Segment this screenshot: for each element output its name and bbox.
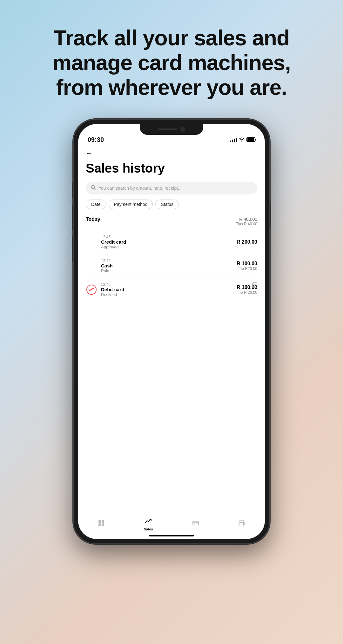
sales-list: Today R 400.00 Tips R 40.00 12:45 Credit…	[78, 214, 265, 513]
filter-date[interactable]: Date	[86, 200, 106, 209]
sale-info: 12:45 Debit card Declined	[101, 282, 237, 297]
battery-icon	[246, 137, 255, 142]
phone-frame: 09:30	[73, 119, 270, 544]
speaker	[158, 128, 177, 130]
filter-payment-method[interactable]: Payment method	[109, 200, 153, 209]
status-time: 09:30	[88, 136, 104, 143]
card-icon	[192, 520, 199, 529]
search-icon	[91, 185, 96, 191]
transaction-credit-card[interactable]: 12:45 Credit card Approved R 200.00	[86, 230, 257, 254]
dashboard-icon	[98, 520, 105, 529]
status-icons	[230, 137, 255, 142]
volume-down-button	[72, 236, 73, 262]
declined-circle	[86, 285, 97, 295]
sale-time: 12:45	[101, 259, 237, 263]
sale-info: 12:45 Credit card Approved	[101, 235, 237, 249]
sale-method: Cash	[101, 263, 237, 268]
filter-status[interactable]: Status	[155, 200, 179, 209]
sale-amounts: R 100.00 Tip R 20.00	[237, 285, 257, 295]
silent-button	[72, 182, 73, 198]
signal-icon	[230, 137, 237, 142]
sales-nav-label: Sales	[144, 527, 153, 531]
phone-screen: 09:30	[78, 124, 265, 539]
svg-rect-13	[240, 520, 244, 522]
svg-rect-12	[194, 524, 195, 525]
wifi-icon	[239, 137, 245, 142]
back-nav[interactable]: ←	[78, 146, 265, 159]
sale-method: Debit card	[101, 287, 237, 292]
search-bar[interactable]: You can search by amount, note, receipt.…	[86, 182, 257, 194]
headline-line3: from wherever you are.	[56, 75, 287, 99]
bottom-nav: Sales	[78, 513, 265, 534]
receipt-icon	[252, 282, 257, 289]
svg-rect-8	[98, 523, 101, 526]
sale-method: Credit card	[101, 239, 237, 245]
svg-rect-11	[193, 522, 198, 523]
headline-line1: Track all your sales and	[53, 26, 289, 50]
sale-tip: Tip R 20.00	[237, 290, 257, 295]
printer-icon	[238, 520, 245, 529]
declined-icon	[86, 285, 97, 295]
svg-rect-9	[102, 523, 104, 526]
nav-item-sales[interactable]: Sales	[139, 516, 158, 532]
declined-line	[89, 288, 94, 292]
home-indicator	[149, 535, 194, 536]
sales-icon	[145, 517, 152, 526]
svg-rect-16	[243, 523, 244, 524]
sale-info: 12:45 Cash Paid	[101, 259, 237, 273]
sale-status: Paid	[101, 268, 237, 273]
svg-rect-6	[98, 520, 101, 523]
day-totals: R 400.00 Tips R 40.00	[236, 217, 257, 226]
phone-mockup: 09:30	[73, 119, 270, 544]
svg-rect-7	[102, 520, 104, 523]
sale-status: Declined	[101, 292, 237, 297]
sale-tip: Tip R20.00	[237, 266, 257, 271]
headline: Track all your sales and manage card mac…	[27, 0, 316, 113]
sale-amounts: R 100.00 Tip R20.00	[237, 261, 257, 271]
day-label: Today	[86, 217, 100, 222]
front-camera	[180, 127, 185, 132]
day-total-amount: R 400.00	[236, 217, 257, 222]
transaction-cash[interactable]: 12:45 Cash Paid R 100.00 Tip R20.00	[86, 254, 257, 278]
transaction-debit-card[interactable]: 12:45 Debit card Declined	[86, 278, 257, 301]
nav-item-dashboard[interactable]	[93, 518, 110, 530]
headline-line2: manage card machines,	[52, 50, 291, 75]
nav-item-card[interactable]	[187, 518, 204, 530]
sale-time: 12:45	[101, 282, 237, 287]
day-tips: Tips R 40.00	[236, 222, 257, 226]
filter-row: Date Payment method Status	[78, 200, 265, 214]
back-arrow-icon[interactable]: ←	[86, 149, 93, 157]
page-title: Sales history	[78, 159, 265, 182]
svg-line-1	[94, 188, 96, 189]
nav-item-printer[interactable]	[233, 518, 250, 530]
sale-amount: R 100.00	[237, 261, 257, 266]
sale-time: 12:45	[101, 235, 237, 239]
sale-amounts: R 200.00	[237, 239, 257, 245]
app-content: ← Sales history You can search by amount…	[78, 146, 265, 539]
volume-up-button	[72, 205, 73, 230]
phone-notch	[140, 124, 203, 135]
sale-amount: R 200.00	[237, 239, 257, 245]
power-button	[270, 201, 271, 227]
day-header-today: Today R 400.00 Tips R 40.00	[86, 214, 257, 230]
sale-status: Approved	[101, 245, 237, 249]
search-placeholder-text: You can search by amount, note, receipt.…	[98, 186, 182, 191]
